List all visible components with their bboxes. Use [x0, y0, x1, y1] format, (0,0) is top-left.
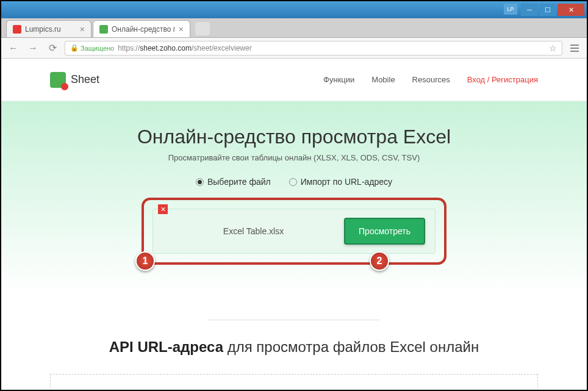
- file-remove-button[interactable]: ✕: [158, 204, 168, 214]
- forward-button[interactable]: →: [26, 41, 40, 56]
- lock-icon: 🔒: [70, 44, 79, 52]
- site-header: Sheet Функции Mobile Resources Вход / Ре…: [1, 59, 587, 101]
- radio-label: Импорт по URL-адресу: [301, 177, 392, 187]
- favicon-icon: [13, 25, 21, 34]
- logo-icon: [50, 72, 66, 88]
- url-input[interactable]: 🔒 Защищено https://sheet.zoho.com/sheet/…: [65, 41, 562, 56]
- tab-title: Lumpics.ru: [25, 25, 76, 34]
- radio-dot-icon: [196, 178, 204, 186]
- section-divider: [209, 320, 379, 320]
- radio-select-file[interactable]: Выберите файл: [196, 177, 271, 187]
- api-section: API URL-адреса для просмотра файлов Exce…: [1, 339, 587, 390]
- selected-filename: Excel Table.xlsx: [163, 226, 344, 236]
- tab-close-icon[interactable]: ×: [179, 24, 184, 34]
- browser-menu-button[interactable]: [567, 41, 582, 56]
- site-logo[interactable]: Sheet: [50, 72, 99, 88]
- radio-import-url[interactable]: Импорт по URL-адресу: [289, 177, 392, 187]
- window-close-button[interactable]: ✕: [558, 4, 584, 16]
- window-titlebar: LP ─ ☐ ✕: [1, 1, 587, 18]
- browser-address-bar: ← → ⟳ 🔒 Защищено https://sheet.zoho.com/…: [1, 38, 587, 59]
- browser-tabstrip: Lumpics.ru × Онлайн-средство прос ×: [1, 18, 587, 38]
- tab-title: Онлайн-средство прос: [112, 25, 175, 34]
- upload-box: ✕ Excel Table.xlsx Просмотреть 1 2: [142, 198, 446, 265]
- browser-tab-1[interactable]: Lumpics.ru ×: [6, 20, 91, 37]
- upload-inner: ✕ Excel Table.xlsx Просмотреть: [152, 209, 436, 254]
- window-maximize-button[interactable]: ☐: [539, 4, 556, 16]
- annotation-marker-1: 1: [135, 251, 155, 271]
- tab-close-icon[interactable]: ×: [80, 24, 85, 34]
- logo-text: Sheet: [71, 73, 99, 86]
- site-nav: Функции Mobile Resources Вход / Регистра…: [323, 75, 538, 84]
- back-button[interactable]: ←: [6, 41, 21, 56]
- bookmark-star-icon[interactable]: ☆: [549, 43, 557, 53]
- nav-functions[interactable]: Функции: [323, 75, 354, 84]
- api-box: Просматривайте файлы в любых форматах Mi…: [50, 374, 538, 390]
- reload-button[interactable]: ⟳: [45, 41, 60, 56]
- radio-label: Выберите файл: [207, 177, 271, 187]
- url-text: https://sheet.zoho.com/sheet/excelviewer: [118, 44, 251, 52]
- annotation-marker-2: 2: [370, 251, 389, 271]
- secure-indicator: 🔒 Защищено: [70, 44, 114, 52]
- favicon-icon: [99, 25, 108, 34]
- secure-label: Защищено: [81, 45, 114, 52]
- lp-badge: LP: [504, 4, 517, 15]
- upload-mode-radios: Выберите файл Импорт по URL-адресу: [1, 177, 587, 187]
- view-button[interactable]: Просмотреть: [344, 218, 425, 245]
- nav-resources[interactable]: Resources: [412, 75, 450, 84]
- radio-dot-icon: [289, 178, 297, 186]
- window-minimize-button[interactable]: ─: [521, 4, 538, 16]
- api-heading: API URL-адреса для просмотра файлов Exce…: [50, 339, 538, 356]
- hero-section: Онлайн-средство просмотра Excel Просматр…: [1, 101, 587, 295]
- nav-auth[interactable]: Вход / Регистрация: [467, 75, 538, 84]
- page-title: Онлайн-средство просмотра Excel: [1, 126, 587, 148]
- page-content: Sheet Функции Mobile Resources Вход / Ре…: [1, 59, 587, 390]
- new-tab-button[interactable]: [195, 22, 210, 35]
- page-subtitle: Просматривайте свои таблицы онлайн (XLSX…: [1, 153, 587, 162]
- browser-tab-2[interactable]: Онлайн-средство прос ×: [93, 20, 190, 37]
- nav-mobile[interactable]: Mobile: [371, 75, 395, 84]
